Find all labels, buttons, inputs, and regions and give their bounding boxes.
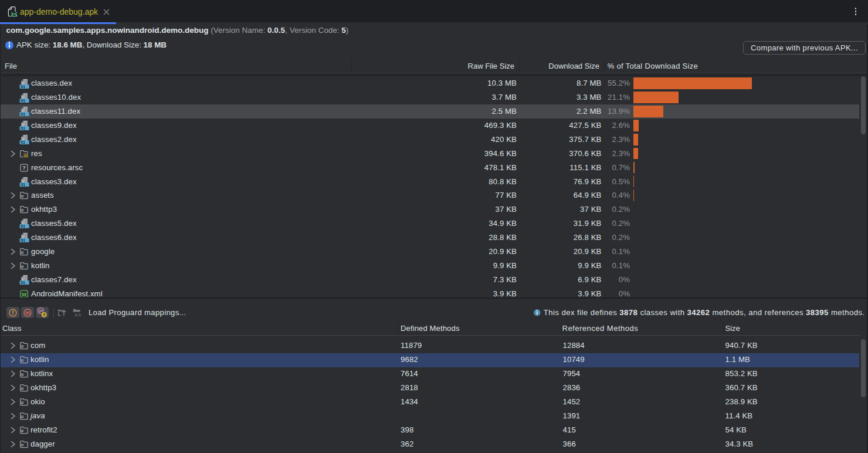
svg-text:a.b: a.b [74, 312, 82, 317]
svg-text:?: ? [22, 165, 26, 171]
svg-text:01: 01 [21, 112, 25, 116]
svg-text:01: 01 [21, 182, 25, 186]
svg-text:01: 01 [21, 126, 25, 130]
svg-text:f: f [43, 312, 45, 317]
svg-text:01: 01 [21, 84, 25, 88]
svg-text:01: 01 [21, 224, 25, 228]
svg-text:01: 01 [21, 280, 25, 284]
svg-text:01: 01 [21, 140, 25, 144]
svg-text:f: f [12, 309, 14, 316]
svg-text:M: M [22, 290, 26, 297]
svg-text:01: 01 [21, 98, 25, 102]
svg-text:01: 01 [21, 238, 25, 242]
svg-text:m: m [25, 310, 30, 316]
